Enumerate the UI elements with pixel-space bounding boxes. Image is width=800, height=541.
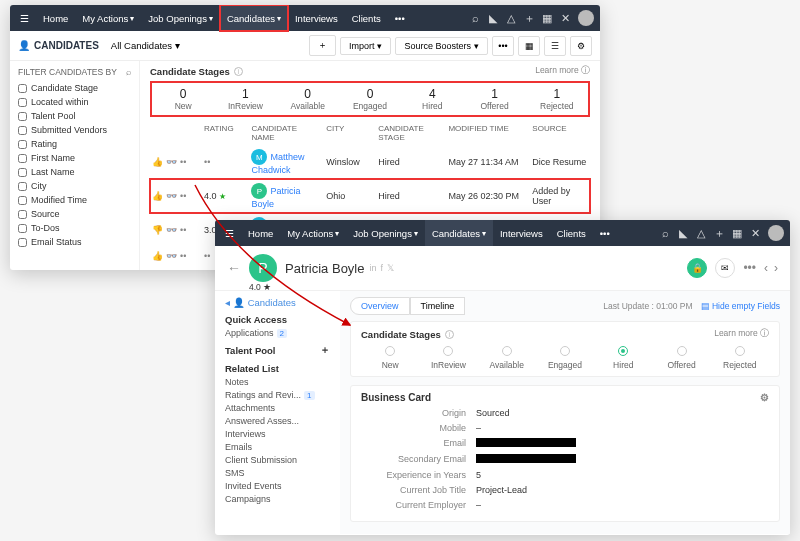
stage-step[interactable]: Available bbox=[478, 346, 536, 370]
social-links[interactable]: inf𝕏 bbox=[369, 263, 394, 273]
stage-step[interactable]: New bbox=[361, 346, 419, 370]
search-icon[interactable]: ⌕ bbox=[656, 227, 674, 239]
related-list-item[interactable]: Invited Events bbox=[225, 481, 330, 491]
stage-pill[interactable]: 0New bbox=[152, 87, 214, 111]
card-settings-icon[interactable]: ⚙ bbox=[760, 392, 769, 403]
stage-pill[interactable]: 0Engaged bbox=[339, 87, 401, 111]
more-actions-button[interactable]: ••• bbox=[492, 36, 514, 56]
filter-option[interactable]: Located within bbox=[18, 97, 131, 107]
related-list-item[interactable]: Client Submission bbox=[225, 455, 330, 465]
add-button[interactable]: ＋ bbox=[309, 35, 336, 56]
breadcrumb[interactable]: ◂ 👤 Candidates bbox=[225, 297, 330, 308]
nav-my-actions[interactable]: My Actions▾ bbox=[280, 220, 346, 246]
filter-option[interactable]: Talent Pool bbox=[18, 111, 131, 121]
plus-icon[interactable]: ＋ bbox=[710, 226, 728, 241]
learn-more-link[interactable]: Learn more ⓘ bbox=[535, 65, 590, 77]
search-icon[interactable]: ⌕ bbox=[466, 12, 484, 24]
filter-option[interactable]: Rating bbox=[18, 139, 131, 149]
related-list-item[interactable]: Notes bbox=[225, 377, 330, 387]
stages-card: Candidate Stages i Learn more ⓘ NewInRev… bbox=[350, 321, 780, 377]
related-list-heading: Related List bbox=[225, 363, 330, 374]
filter-option[interactable]: Last Name bbox=[18, 167, 131, 177]
stage-pill[interactable]: 1Offered bbox=[463, 87, 525, 111]
related-list-item[interactable]: Campaigns bbox=[225, 494, 330, 504]
grid-view-button[interactable]: ▦ bbox=[518, 36, 540, 56]
lock-button[interactable]: 🔒 bbox=[687, 258, 707, 278]
applications-link[interactable]: Applications2 bbox=[225, 328, 330, 338]
related-list-item[interactable]: Interviews bbox=[225, 429, 330, 439]
user-avatar[interactable] bbox=[768, 225, 784, 241]
source-boosters-button[interactable]: Source Boosters ▾ bbox=[395, 37, 488, 55]
list-view-button[interactable]: ☰ bbox=[544, 36, 566, 56]
tools-icon[interactable]: ✕ bbox=[746, 227, 764, 240]
filter-option[interactable]: Email Status bbox=[18, 237, 131, 247]
learn-more-link[interactable]: Learn more ⓘ bbox=[714, 328, 769, 340]
back-button[interactable]: ← bbox=[227, 260, 241, 276]
hide-empty-toggle[interactable]: ▤ Hide empty Fields bbox=[701, 301, 780, 311]
stage-pill[interactable]: 1InReview bbox=[214, 87, 276, 111]
search-icon[interactable]: ⌕ bbox=[126, 67, 131, 77]
tab-timeline[interactable]: Timeline bbox=[410, 297, 466, 315]
announce-icon[interactable]: ◣ bbox=[674, 227, 692, 240]
calendar-icon[interactable]: ▦ bbox=[728, 227, 746, 240]
view-selector[interactable]: All Candidates ▾ bbox=[111, 40, 180, 51]
filter-option[interactable]: Candidate Stage bbox=[18, 83, 131, 93]
stage-pill[interactable]: 0Available bbox=[277, 87, 339, 111]
table-row[interactable]: 👍👓••4.0 ★PPatricia BoyleOhioHiredMay 26 … bbox=[150, 179, 590, 213]
nav-home[interactable]: Home bbox=[241, 220, 280, 246]
filter-option[interactable]: Modified Time bbox=[18, 195, 131, 205]
info-icon[interactable]: i bbox=[234, 67, 243, 76]
hamburger-icon[interactable]: ☰ bbox=[16, 13, 32, 24]
nav-candidates[interactable]: Candidates▾ bbox=[220, 5, 288, 31]
related-list-item[interactable]: SMS bbox=[225, 468, 330, 478]
filter-option[interactable]: First Name bbox=[18, 153, 131, 163]
import-button[interactable]: Import ▾ bbox=[340, 37, 392, 55]
prev-record[interactable]: ‹ bbox=[764, 261, 768, 275]
stage-step[interactable]: InReview bbox=[419, 346, 477, 370]
info-icon[interactable]: i bbox=[445, 330, 454, 339]
bell-icon[interactable]: △ bbox=[502, 12, 520, 25]
tools-icon[interactable]: ✕ bbox=[556, 12, 574, 25]
stage-step[interactable]: Offered bbox=[652, 346, 710, 370]
nav-job-openings[interactable]: Job Openings▾ bbox=[141, 5, 220, 31]
nav-candidates[interactable]: Candidates▾ bbox=[425, 220, 493, 246]
nav-my-actions[interactable]: My Actions▾ bbox=[75, 5, 141, 31]
announce-icon[interactable]: ◣ bbox=[484, 12, 502, 25]
nav-home[interactable]: Home bbox=[36, 5, 75, 31]
profile-rating: 4.0 ★ bbox=[249, 282, 271, 292]
add-icon[interactable]: ＋ bbox=[320, 344, 330, 357]
stage-step[interactable]: Rejected bbox=[711, 346, 769, 370]
nav-clients[interactable]: Clients bbox=[550, 220, 593, 246]
stage-pill[interactable]: 1Rejected bbox=[526, 87, 588, 111]
next-record[interactable]: › bbox=[774, 261, 778, 275]
nav-job-openings[interactable]: Job Openings▾ bbox=[346, 220, 425, 246]
filter-option[interactable]: Submitted Vendors bbox=[18, 125, 131, 135]
related-list-item[interactable]: Attachments bbox=[225, 403, 330, 413]
stage-summary: 0New1InReview0Available0Engaged4Hired1Of… bbox=[150, 81, 590, 117]
hamburger-icon[interactable]: ☰ bbox=[221, 228, 237, 239]
nav-clients[interactable]: Clients bbox=[345, 5, 388, 31]
plus-icon[interactable]: ＋ bbox=[520, 11, 538, 26]
filter-option[interactable]: City bbox=[18, 181, 131, 191]
stage-step[interactable]: Engaged bbox=[536, 346, 594, 370]
nav-more[interactable]: ••• bbox=[388, 5, 412, 31]
filter-option[interactable]: Source bbox=[18, 209, 131, 219]
table-row[interactable]: 👍👓••••MMatthew ChadwickWinslowHiredMay 2… bbox=[150, 145, 590, 179]
calendar-icon[interactable]: ▦ bbox=[538, 12, 556, 25]
stage-pill[interactable]: 4Hired bbox=[401, 87, 463, 111]
related-list-item[interactable]: Ratings and Revi...1 bbox=[225, 390, 330, 400]
stage-step[interactable]: Hired bbox=[594, 346, 652, 370]
settings-icon[interactable]: ⚙ bbox=[570, 36, 592, 56]
tab-overview[interactable]: Overview bbox=[350, 297, 410, 315]
user-avatar[interactable] bbox=[578, 10, 594, 26]
profile-header: ← P 4.0 ★ Patricia Boyle inf𝕏 🔒 ✉ ••• ‹› bbox=[215, 246, 790, 291]
related-list-item[interactable]: Emails bbox=[225, 442, 330, 452]
nav-more[interactable]: ••• bbox=[593, 220, 617, 246]
nav-interviews[interactable]: Interviews bbox=[288, 5, 345, 31]
mail-button[interactable]: ✉ bbox=[715, 258, 735, 278]
filter-option[interactable]: To-Dos bbox=[18, 223, 131, 233]
related-list-item[interactable]: Answered Asses... bbox=[225, 416, 330, 426]
bell-icon[interactable]: △ bbox=[692, 227, 710, 240]
more-button[interactable]: ••• bbox=[743, 261, 756, 275]
nav-interviews[interactable]: Interviews bbox=[493, 220, 550, 246]
